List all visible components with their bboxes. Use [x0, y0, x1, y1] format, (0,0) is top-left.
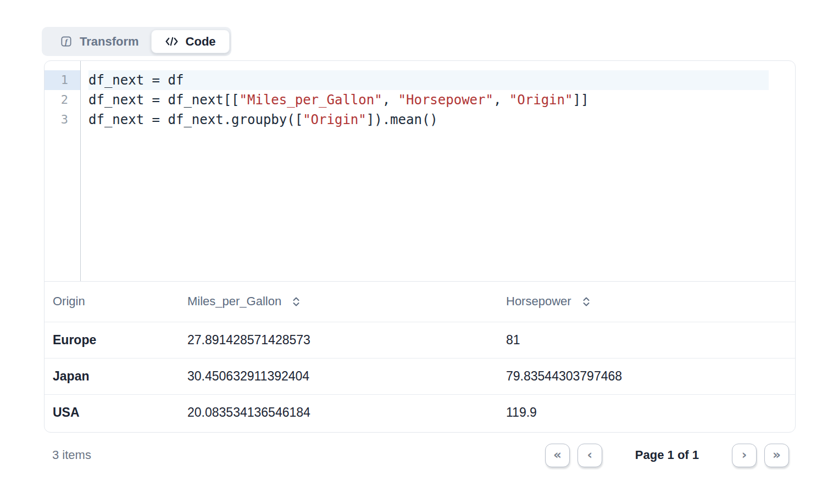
cell-origin: USA: [45, 394, 179, 430]
chevron-left-icon: ‹: [587, 447, 592, 462]
code-token-string: "Origin": [509, 92, 573, 108]
tab-transform-label: Transform: [80, 35, 139, 49]
sortable-column-header[interactable]: Miles_per_Gallon: [187, 294, 302, 309]
sortable-column-header[interactable]: Horsepower: [506, 294, 592, 309]
code-token-string: "Origin": [303, 112, 366, 127]
column-header-horsepower[interactable]: Horsepower: [498, 282, 795, 322]
cell-origin: Japan: [45, 358, 179, 394]
table-row: Europe27.89142857142857381: [45, 322, 795, 358]
line-number: 1: [45, 70, 80, 90]
sort-icon: [291, 296, 302, 307]
column-header-label: Origin: [53, 294, 85, 308]
line-number: 2: [45, 90, 80, 110]
code-token: ,: [382, 92, 398, 108]
column-header-label: Horsepower: [506, 294, 571, 309]
code-icon: [165, 36, 179, 47]
svg-text:f: f: [65, 37, 68, 46]
function-icon: f: [60, 35, 73, 48]
tab-code[interactable]: Code: [151, 30, 230, 53]
cell-miles-per-gallon: 30.450632911392404: [179, 358, 498, 394]
line-number: 3: [45, 110, 80, 130]
code-token: df_next = df: [88, 72, 184, 88]
cell-horsepower: 119.9: [498, 394, 795, 430]
table-header: OriginMiles_per_GallonHorsepower: [45, 282, 795, 322]
items-count: 3 items: [44, 448, 91, 462]
page-indicator: Page 1 of 1: [635, 448, 699, 462]
cell-horsepower: 79.83544303797468: [498, 358, 795, 394]
table-row: USA20.083534136546184119.9: [45, 394, 795, 430]
first-page-button[interactable]: «: [545, 444, 570, 467]
code-line[interactable]: df_next = df: [88, 70, 769, 90]
code-pane[interactable]: df_next = dfdf_next = df_next[["Miles_pe…: [81, 61, 795, 281]
chevron-right-icon: ›: [742, 447, 747, 462]
cell-miles-per-gallon: 27.891428571428573: [179, 322, 498, 358]
code-token: ]).mean(): [366, 112, 438, 127]
pagination: «‹Page 1 of 1›»: [545, 444, 796, 467]
next-page-button[interactable]: ›: [732, 444, 757, 467]
table-row: Japan30.45063291139240479.83544303797468: [45, 358, 795, 394]
code-token-string: "Horsepower": [398, 92, 493, 108]
code-and-result-panel: 123 df_next = dfdf_next = df_next[["Mile…: [44, 60, 796, 433]
column-header-origin: Origin: [45, 282, 179, 322]
cell-horsepower: 81: [498, 322, 795, 358]
table-footer: 3 items «‹Page 1 of 1›»: [44, 433, 796, 478]
column-header-miles_per_gallon[interactable]: Miles_per_Gallon: [179, 282, 498, 322]
table-header-row: OriginMiles_per_GallonHorsepower: [45, 282, 795, 322]
code-token: ,: [493, 92, 509, 108]
last-page-button[interactable]: »: [764, 444, 789, 467]
previous-page-button[interactable]: ‹: [577, 444, 602, 467]
code-token: ]]: [573, 92, 588, 108]
tab-transform[interactable]: f Transform: [43, 35, 151, 49]
editor-gutter: 123: [45, 61, 81, 281]
cell-origin: Europe: [45, 322, 179, 358]
table-body: Europe27.89142857142857381Japan30.450632…: [45, 322, 795, 430]
column-header-label: Miles_per_Gallon: [187, 294, 281, 309]
code-line[interactable]: df_next = df_next.groupby(["Origin"]).me…: [88, 110, 769, 130]
sort-icon: [581, 296, 592, 307]
tab-code-label: Code: [186, 35, 216, 49]
cell-miles-per-gallon: 20.083534136546184: [179, 394, 498, 430]
view-tabbar: f Transform Code: [42, 27, 231, 56]
code-editor[interactable]: 123 df_next = dfdf_next = df_next[["Mile…: [45, 61, 795, 282]
result-table: OriginMiles_per_GallonHorsepower Europe2…: [45, 282, 795, 430]
double-chevron-right-icon: »: [773, 447, 781, 462]
double-chevron-left-icon: «: [553, 447, 562, 462]
code-line[interactable]: df_next = df_next[["Miles_per_Gallon", "…: [88, 90, 769, 110]
code-token: df_next = df_next.groupby([: [88, 112, 303, 127]
code-token: df_next = df_next[[: [88, 92, 240, 108]
code-token-string: "Miles_per_Gallon": [240, 92, 382, 108]
